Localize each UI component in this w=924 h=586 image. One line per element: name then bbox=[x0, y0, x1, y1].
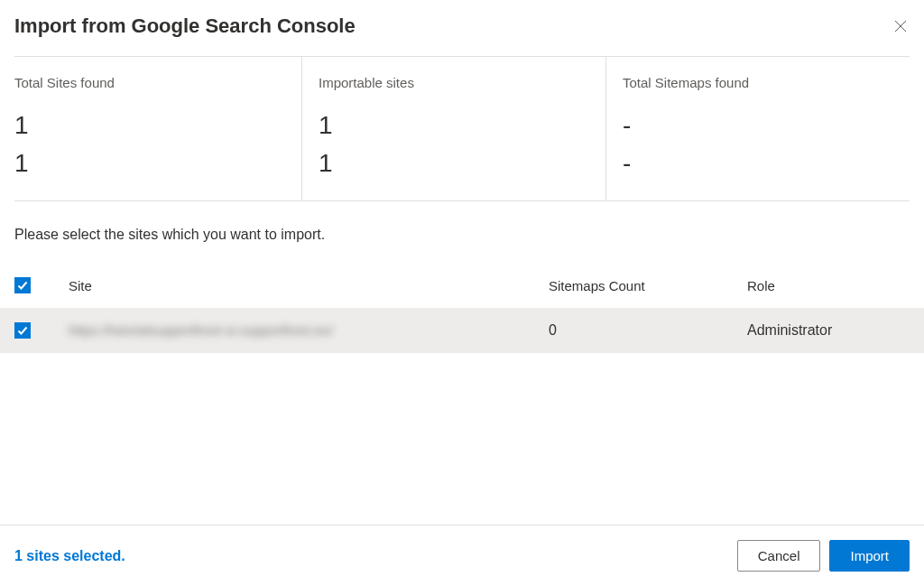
sites-table: Site Sitemaps Count Role https://tutoria… bbox=[0, 263, 924, 353]
column-header-role[interactable]: Role bbox=[747, 278, 910, 293]
column-header-sitemaps[interactable]: Sitemaps Count bbox=[549, 278, 747, 293]
footer-bar: 1 sites selected. Cancel Import bbox=[0, 525, 924, 586]
instruction-text: Please select the sites which you want t… bbox=[0, 201, 924, 263]
column-header-site[interactable]: Site bbox=[51, 278, 549, 293]
table-header-row: Site Sitemaps Count Role bbox=[0, 263, 924, 308]
stat-label: Total Sites found bbox=[14, 75, 285, 90]
stat-label: Importable sites bbox=[319, 75, 589, 90]
sitemaps-count: 0 bbox=[549, 322, 747, 339]
stat-total-sites: Total Sites found 1 1 bbox=[14, 57, 301, 200]
stat-value: 1 bbox=[14, 107, 285, 144]
cancel-button[interactable]: Cancel bbox=[737, 540, 821, 572]
stat-label: Total Sitemaps found bbox=[623, 75, 893, 90]
dialog-title: Import from Google Search Console bbox=[14, 14, 356, 38]
stat-value: - bbox=[623, 107, 893, 144]
selection-count: 1 sites selected. bbox=[14, 548, 125, 564]
stat-total-sitemaps: Total Sitemaps found - - bbox=[605, 57, 910, 200]
row-checkbox[interactable] bbox=[14, 322, 31, 339]
table-row[interactable]: https://tutorialsupporthost-ui.supportho… bbox=[0, 308, 924, 353]
import-button[interactable]: Import bbox=[829, 540, 910, 572]
stat-value: 1 bbox=[14, 144, 285, 182]
select-all-checkbox[interactable] bbox=[14, 277, 31, 293]
close-icon[interactable] bbox=[892, 17, 910, 35]
stat-value: 1 bbox=[319, 144, 589, 182]
stats-row: Total Sites found 1 1 Importable sites 1… bbox=[14, 57, 910, 201]
stat-importable-sites: Importable sites 1 1 bbox=[301, 57, 605, 200]
stat-value: - bbox=[623, 144, 893, 182]
site-url: https://tutorialsupporthost-ui.supportho… bbox=[69, 322, 333, 338]
role-value: Administrator bbox=[747, 322, 910, 339]
stat-value: 1 bbox=[319, 107, 589, 144]
